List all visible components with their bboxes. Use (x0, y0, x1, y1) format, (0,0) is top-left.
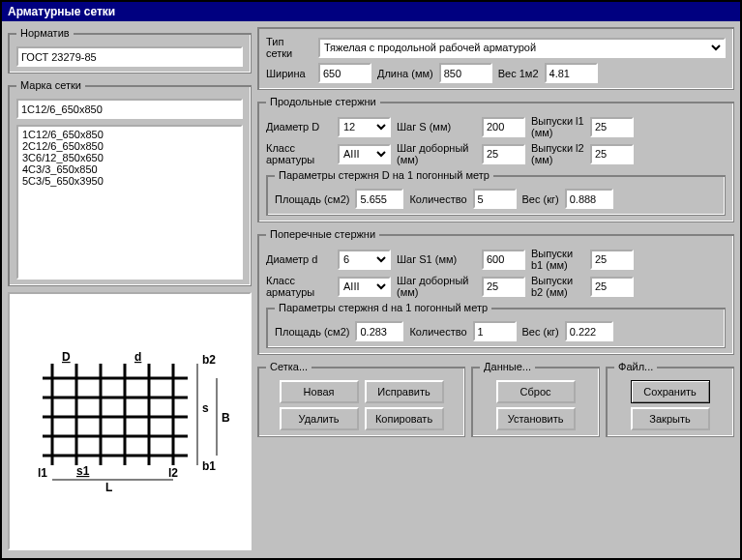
long-step2-label: Шаг доборный (мм) (397, 142, 476, 165)
long-step2-input[interactable] (482, 144, 525, 164)
longitudinal-group: Продольные стержни Диаметр D 12 Шаг S (м… (257, 96, 734, 222)
long-rel2-label: Выпуски l2 (мм) (531, 142, 584, 165)
width-input[interactable] (318, 63, 371, 83)
long-count-label: Количество (409, 193, 466, 205)
long-diam-label: Диаметр D (266, 121, 332, 133)
bottom-button-groups: Сетка... Новая Исправить Удалить Копиров… (257, 361, 734, 437)
long-step-input[interactable] (482, 117, 525, 137)
cross-param-legend: Параметры стержня d на 1 погонный метр (275, 302, 491, 313)
cross-legend: Поперечные стержни (266, 228, 379, 240)
cross-step2-input[interactable] (482, 277, 525, 297)
cross-group: Поперечные стержни Диаметр d 6 Шаг S1 (м… (257, 228, 734, 355)
diagram-label-b1: b1 (202, 459, 216, 473)
mark-current-input[interactable] (16, 99, 243, 119)
new-button[interactable]: Новая (280, 380, 359, 403)
cross-param-group: Параметры стержня d на 1 погонный метр П… (266, 302, 726, 348)
mark-legend: Марка сетки (16, 79, 85, 91)
cross-wt-input[interactable] (565, 321, 613, 341)
normative-input[interactable] (16, 46, 243, 67)
length-input[interactable] (439, 63, 492, 83)
mesh-btn-legend: Сетка... (266, 361, 312, 372)
data-btn-group: Данные... Сброс Установить (471, 361, 600, 437)
length-label: Длина (мм) (377, 68, 433, 79)
diagram-label-d: d (134, 350, 141, 364)
left-column: Норматив Марка сетки 1C12/6_650x850 2C12… (8, 27, 252, 550)
file-btn-group: Файл... Сохранить Закрыть (606, 361, 734, 437)
cross-step2-label: Шаг доборный (мм) (397, 275, 476, 298)
list-item[interactable]: 3C6/12_850x650 (20, 152, 239, 163)
diagram-label-L: L (105, 481, 112, 494)
data-btn-legend: Данные... (480, 361, 535, 372)
longitudinal-legend: Продольные стержни (266, 96, 380, 107)
long-diam-select[interactable]: 12 (338, 117, 391, 137)
list-item[interactable]: 2C12/6_650x850 (20, 140, 239, 152)
file-btn-legend: Файл... (614, 361, 657, 372)
long-area-input[interactable] (355, 189, 403, 209)
long-wt-input[interactable] (565, 189, 613, 209)
list-item[interactable]: 1C12/6_650x850 (20, 129, 239, 140)
cross-rel1-input[interactable] (590, 250, 634, 270)
type-select[interactable]: Тяжелая с продольной рабочей арматурой (318, 38, 726, 58)
cross-count-input[interactable] (473, 321, 517, 341)
fix-button[interactable]: Исправить (365, 380, 444, 403)
mark-listbox[interactable]: 1C12/6_650x850 2C12/6_650x850 3C6/12_850… (16, 125, 243, 280)
diagram-label-s: s (202, 401, 209, 415)
reset-button[interactable]: Сброс (496, 380, 576, 403)
diagram-label-l2: l2 (168, 466, 178, 480)
width-label: Ширина (266, 68, 312, 79)
cross-area-label: Площадь (см2) (275, 326, 349, 338)
cross-wt-label: Вес (кг) (522, 326, 559, 338)
weight-m2-label: Вес 1м2 (498, 68, 539, 79)
content-area: Норматив Марка сетки 1C12/6_650x850 2C12… (2, 21, 740, 556)
long-class-label: Класс арматуры (266, 142, 332, 165)
long-class-select[interactable]: AIII (338, 144, 391, 164)
long-param-group: Параметры стержня D на 1 погонный метр П… (266, 169, 726, 216)
delete-button[interactable]: Удалить (280, 407, 359, 430)
mesh-diagram: D d b2 s B b1 l1 s1 l2 L (8, 292, 252, 550)
cross-step-label: Шаг S1 (мм) (397, 253, 476, 265)
cross-step-input[interactable] (482, 250, 525, 270)
long-rel1-input[interactable] (590, 117, 634, 137)
cross-diam-select[interactable]: 6 (338, 250, 391, 270)
cross-area-input[interactable] (355, 321, 403, 341)
cross-rel2-label: Выпуски b2 (мм) (531, 275, 584, 298)
list-item[interactable]: 4C3/3_650x850 (20, 163, 239, 175)
cross-class-select[interactable]: AIII (338, 277, 391, 297)
long-step-label: Шаг S (мм) (397, 121, 476, 133)
normative-legend: Норматив (16, 27, 74, 39)
long-area-label: Площадь (см2) (275, 193, 349, 205)
close-button[interactable]: Закрыть (631, 407, 710, 430)
long-wt-label: Вес (кг) (522, 193, 559, 205)
normative-group: Норматив (8, 27, 252, 74)
mesh-type-group: Тип сетки Тяжелая с продольной рабочей а… (257, 27, 734, 90)
mesh-btn-group: Сетка... Новая Исправить Удалить Копиров… (257, 361, 465, 437)
diagram-label-D: D (62, 350, 71, 364)
cross-rel2-input[interactable] (590, 277, 634, 297)
diagram-label-B: B (222, 411, 230, 425)
copy-button[interactable]: Копировать (365, 407, 444, 430)
save-button[interactable]: Сохранить (631, 380, 710, 403)
diagram-label-s1: s1 (76, 464, 90, 478)
long-rel1-label: Выпуски l1 (мм) (531, 115, 584, 138)
cross-class-label: Класс арматуры (266, 275, 332, 298)
weight-m2-input[interactable] (545, 63, 598, 83)
type-label: Тип сетки (266, 36, 312, 59)
cross-diam-label: Диаметр d (266, 253, 332, 265)
set-button[interactable]: Установить (496, 407, 576, 430)
main-window: Арматурные сетки Норматив Марка сетки 1C… (0, 0, 742, 560)
diagram-label-l1: l1 (38, 466, 47, 480)
right-column: Тип сетки Тяжелая с продольной рабочей а… (257, 27, 734, 550)
mark-group: Марка сетки 1C12/6_650x850 2C12/6_650x85… (8, 79, 252, 286)
long-count-input[interactable] (473, 189, 517, 209)
cross-rel1-label: Выпуски b1 (мм) (531, 248, 584, 271)
cross-count-label: Количество (409, 326, 466, 338)
long-param-legend: Параметры стержня D на 1 погонный метр (275, 169, 493, 181)
diagram-label-b2: b2 (202, 353, 216, 367)
long-rel2-input[interactable] (590, 144, 634, 164)
list-item[interactable]: 5C3/5_650x3950 (20, 175, 239, 187)
window-title: Арматурные сетки (2, 2, 740, 21)
